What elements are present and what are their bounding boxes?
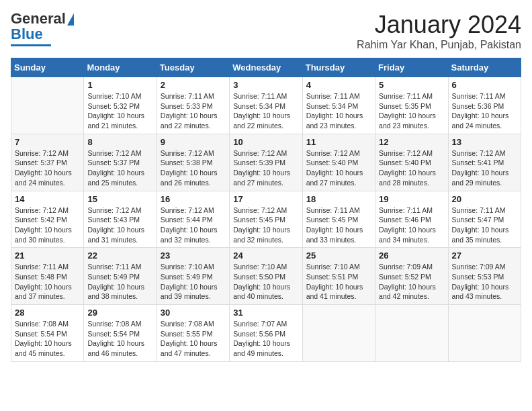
day-info: Sunrise: 7:11 AM Sunset: 5:35 PM Dayligh… bbox=[379, 91, 444, 131]
calendar-cell: 13Sunrise: 7:12 AM Sunset: 5:41 PM Dayli… bbox=[448, 134, 521, 191]
day-number: 27 bbox=[452, 250, 517, 261]
day-info: Sunrise: 7:12 AM Sunset: 5:41 PM Dayligh… bbox=[452, 148, 517, 188]
day-info: Sunrise: 7:09 AM Sunset: 5:53 PM Dayligh… bbox=[452, 262, 517, 302]
day-info: Sunrise: 7:12 AM Sunset: 5:38 PM Dayligh… bbox=[161, 148, 226, 188]
day-number: 6 bbox=[452, 80, 517, 90]
calendar-cell: 9Sunrise: 7:12 AM Sunset: 5:38 PM Daylig… bbox=[157, 134, 229, 191]
day-info: Sunrise: 7:12 AM Sunset: 5:45 PM Dayligh… bbox=[233, 205, 298, 245]
day-number: 16 bbox=[161, 194, 226, 204]
day-info: Sunrise: 7:11 AM Sunset: 5:47 PM Dayligh… bbox=[452, 205, 517, 245]
calendar-cell: 4Sunrise: 7:11 AM Sunset: 5:34 PM Daylig… bbox=[302, 77, 375, 134]
week-row-2: 7Sunrise: 7:12 AM Sunset: 5:37 PM Daylig… bbox=[11, 134, 521, 191]
week-row-5: 28Sunrise: 7:08 AM Sunset: 5:54 PM Dayli… bbox=[11, 305, 521, 362]
calendar-cell: 28Sunrise: 7:08 AM Sunset: 5:54 PM Dayli… bbox=[11, 305, 84, 362]
day-info: Sunrise: 7:12 AM Sunset: 5:40 PM Dayligh… bbox=[306, 148, 371, 188]
day-info: Sunrise: 7:08 AM Sunset: 5:54 PM Dayligh… bbox=[15, 319, 80, 359]
title-block: January 2024 Rahim Yar Khan, Punjab, Pak… bbox=[357, 11, 521, 51]
calendar-cell: 30Sunrise: 7:08 AM Sunset: 5:55 PM Dayli… bbox=[157, 305, 229, 362]
day-number: 14 bbox=[15, 194, 80, 204]
day-info: Sunrise: 7:11 AM Sunset: 5:46 PM Dayligh… bbox=[379, 205, 444, 245]
day-number: 2 bbox=[161, 80, 226, 90]
day-number: 11 bbox=[306, 137, 371, 147]
day-number: 24 bbox=[233, 250, 298, 261]
calendar-cell: 14Sunrise: 7:12 AM Sunset: 5:42 PM Dayli… bbox=[11, 191, 84, 248]
day-info: Sunrise: 7:12 AM Sunset: 5:37 PM Dayligh… bbox=[87, 148, 152, 188]
calendar-table: SundayMondayTuesdayWednesdayThursdayFrid… bbox=[11, 58, 521, 362]
day-number: 7 bbox=[15, 137, 80, 147]
day-number: 26 bbox=[379, 250, 444, 261]
day-info: Sunrise: 7:10 AM Sunset: 5:50 PM Dayligh… bbox=[233, 262, 298, 302]
calendar-cell: 8Sunrise: 7:12 AM Sunset: 5:37 PM Daylig… bbox=[84, 134, 157, 191]
day-info: Sunrise: 7:12 AM Sunset: 5:44 PM Dayligh… bbox=[161, 205, 226, 245]
day-info: Sunrise: 7:11 AM Sunset: 5:48 PM Dayligh… bbox=[15, 262, 80, 302]
week-row-4: 21Sunrise: 7:11 AM Sunset: 5:48 PM Dayli… bbox=[11, 248, 521, 305]
calendar-cell: 20Sunrise: 7:11 AM Sunset: 5:47 PM Dayli… bbox=[448, 191, 521, 248]
calendar-cell: 17Sunrise: 7:12 AM Sunset: 5:45 PM Dayli… bbox=[230, 191, 302, 248]
day-info: Sunrise: 7:12 AM Sunset: 5:43 PM Dayligh… bbox=[87, 205, 152, 245]
calendar-cell: 24Sunrise: 7:10 AM Sunset: 5:50 PM Dayli… bbox=[230, 248, 302, 305]
calendar-cell: 5Sunrise: 7:11 AM Sunset: 5:35 PM Daylig… bbox=[375, 77, 448, 134]
day-number: 10 bbox=[233, 137, 298, 147]
day-number: 3 bbox=[233, 80, 298, 90]
day-info: Sunrise: 7:08 AM Sunset: 5:54 PM Dayligh… bbox=[87, 319, 152, 359]
week-row-3: 14Sunrise: 7:12 AM Sunset: 5:42 PM Dayli… bbox=[11, 191, 521, 248]
calendar-cell: 10Sunrise: 7:12 AM Sunset: 5:39 PM Dayli… bbox=[230, 134, 302, 191]
day-info: Sunrise: 7:11 AM Sunset: 5:36 PM Dayligh… bbox=[452, 91, 517, 131]
day-info: Sunrise: 7:09 AM Sunset: 5:52 PM Dayligh… bbox=[379, 262, 444, 302]
day-number: 13 bbox=[452, 137, 517, 147]
calendar-cell: 2Sunrise: 7:11 AM Sunset: 5:33 PM Daylig… bbox=[157, 77, 229, 134]
calendar-cell: 6Sunrise: 7:11 AM Sunset: 5:36 PM Daylig… bbox=[448, 77, 521, 134]
day-info: Sunrise: 7:11 AM Sunset: 5:49 PM Dayligh… bbox=[87, 262, 152, 302]
calendar-cell: 19Sunrise: 7:11 AM Sunset: 5:46 PM Dayli… bbox=[375, 191, 448, 248]
weekday-header-row: SundayMondayTuesdayWednesdayThursdayFrid… bbox=[11, 58, 521, 77]
page-header: General Blue January 2024 Rahim Yar Khan… bbox=[11, 11, 521, 51]
calendar-cell: 22Sunrise: 7:11 AM Sunset: 5:49 PM Dayli… bbox=[84, 248, 157, 305]
calendar-cell: 29Sunrise: 7:08 AM Sunset: 5:54 PM Dayli… bbox=[84, 305, 157, 362]
calendar-cell: 11Sunrise: 7:12 AM Sunset: 5:40 PM Dayli… bbox=[302, 134, 375, 191]
calendar-cell bbox=[11, 77, 84, 134]
calendar-cell: 3Sunrise: 7:11 AM Sunset: 5:34 PM Daylig… bbox=[230, 77, 302, 134]
day-number: 12 bbox=[379, 137, 444, 147]
day-number: 30 bbox=[161, 308, 226, 318]
day-info: Sunrise: 7:10 AM Sunset: 5:49 PM Dayligh… bbox=[161, 262, 226, 302]
day-number: 29 bbox=[87, 308, 152, 318]
calendar-cell: 15Sunrise: 7:12 AM Sunset: 5:43 PM Dayli… bbox=[84, 191, 157, 248]
calendar-subtitle: Rahim Yar Khan, Punjab, Pakistan bbox=[357, 39, 521, 51]
calendar-cell: 18Sunrise: 7:11 AM Sunset: 5:45 PM Dayli… bbox=[302, 191, 375, 248]
logo-blue: Blue bbox=[11, 26, 43, 43]
calendar-cell: 12Sunrise: 7:12 AM Sunset: 5:40 PM Dayli… bbox=[375, 134, 448, 191]
day-number: 20 bbox=[452, 194, 517, 204]
day-info: Sunrise: 7:12 AM Sunset: 5:37 PM Dayligh… bbox=[15, 148, 80, 188]
day-number: 28 bbox=[15, 308, 80, 318]
calendar-cell: 27Sunrise: 7:09 AM Sunset: 5:53 PM Dayli… bbox=[448, 248, 521, 305]
logo-underline bbox=[11, 44, 51, 46]
calendar-cell: 7Sunrise: 7:12 AM Sunset: 5:37 PM Daylig… bbox=[11, 134, 84, 191]
day-number: 17 bbox=[233, 194, 298, 204]
day-info: Sunrise: 7:11 AM Sunset: 5:45 PM Dayligh… bbox=[306, 205, 371, 245]
calendar-cell: 26Sunrise: 7:09 AM Sunset: 5:52 PM Dayli… bbox=[375, 248, 448, 305]
day-number: 4 bbox=[306, 80, 371, 90]
calendar-cell: 23Sunrise: 7:10 AM Sunset: 5:49 PM Dayli… bbox=[157, 248, 229, 305]
day-info: Sunrise: 7:11 AM Sunset: 5:33 PM Dayligh… bbox=[161, 91, 226, 131]
calendar-title: January 2024 bbox=[357, 11, 521, 39]
day-number: 23 bbox=[161, 250, 226, 261]
weekday-header-thursday: Thursday bbox=[302, 58, 375, 77]
logo-text: General bbox=[11, 11, 74, 27]
day-number: 8 bbox=[87, 137, 152, 147]
day-number: 21 bbox=[15, 250, 80, 261]
day-number: 31 bbox=[233, 308, 298, 318]
day-info: Sunrise: 7:10 AM Sunset: 5:51 PM Dayligh… bbox=[306, 262, 371, 302]
day-number: 5 bbox=[379, 80, 444, 90]
day-info: Sunrise: 7:10 AM Sunset: 5:32 PM Dayligh… bbox=[87, 91, 152, 131]
calendar-cell: 21Sunrise: 7:11 AM Sunset: 5:48 PM Dayli… bbox=[11, 248, 84, 305]
calendar-cell: 1Sunrise: 7:10 AM Sunset: 5:32 PM Daylig… bbox=[84, 77, 157, 134]
week-row-1: 1Sunrise: 7:10 AM Sunset: 5:32 PM Daylig… bbox=[11, 77, 521, 134]
day-number: 1 bbox=[87, 80, 152, 90]
day-info: Sunrise: 7:12 AM Sunset: 5:40 PM Dayligh… bbox=[379, 148, 444, 188]
day-number: 18 bbox=[306, 194, 371, 204]
logo: General Blue bbox=[11, 11, 74, 46]
calendar-cell: 16Sunrise: 7:12 AM Sunset: 5:44 PM Dayli… bbox=[157, 191, 229, 248]
calendar-cell: 31Sunrise: 7:07 AM Sunset: 5:56 PM Dayli… bbox=[230, 305, 302, 362]
day-info: Sunrise: 7:07 AM Sunset: 5:56 PM Dayligh… bbox=[233, 319, 298, 359]
weekday-header-sunday: Sunday bbox=[11, 58, 84, 77]
